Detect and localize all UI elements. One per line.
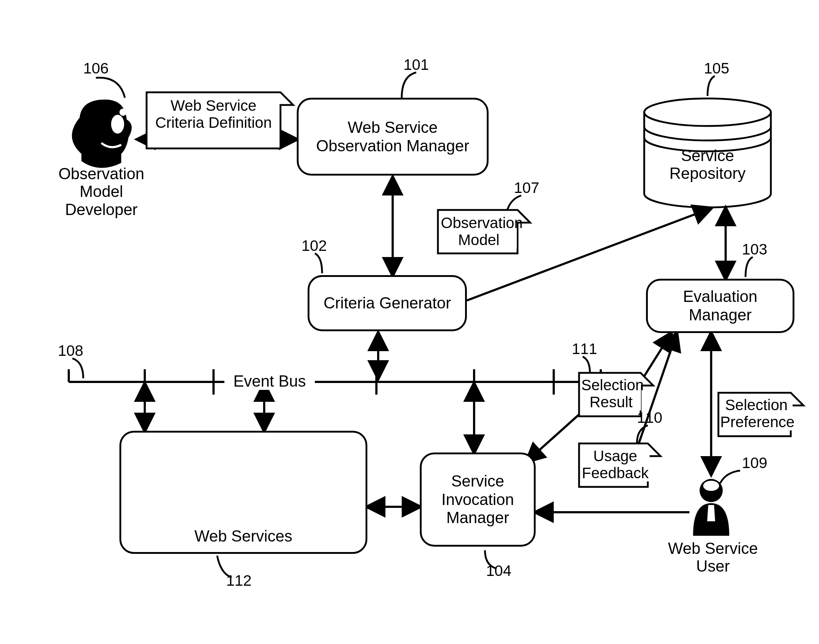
ref-108: 108 [58,342,83,359]
node-invocation-manager: Service Invocation Manager [420,452,536,547]
ref-103: 103 [742,241,767,258]
svg-point-11 [644,98,771,126]
ref-105: 105 [704,60,729,77]
ref-111: 111 [572,340,597,358]
node-evaluation-manager: Evaluation Manager [646,279,795,333]
event-bus-label: Event Bus [224,372,315,390]
ref-109: 109 [742,454,767,472]
node-observation-manager: Web Service Observation Manager [297,98,488,176]
ref-110: 110 [637,409,662,426]
actor-observation-developer: Observation Model Developer [51,165,152,218]
ref-106: 106 [83,60,109,77]
tag-usage-feedback: Usage Feedback [581,448,650,481]
svg-line-15 [641,333,671,382]
svg-point-28 [111,115,124,133]
actor-web-service-user: Web Service User [662,540,764,575]
ref-107: 107 [514,179,539,196]
svg-point-30 [700,479,723,502]
tag-selection-preference: Selection Preference [720,396,793,431]
ref-101: 101 [404,56,429,74]
tag-criteria-definition: Web Service Criteria Definition [150,97,277,131]
svg-line-16 [639,333,677,443]
tag-selection-result: Selection Result [581,376,641,411]
ref-102: 102 [302,237,327,255]
svg-line-14 [527,414,579,462]
node-web-services: Web Services [119,431,367,554]
svg-point-29 [119,109,127,116]
svg-point-31 [703,481,719,491]
node-criteria-generator: Criteria Generator [308,275,467,331]
tag-observation-model: Observation Model [441,214,517,248]
node-service-repository: Service Repository [662,147,753,182]
ref-112: 112 [226,572,251,589]
ref-104: 104 [486,562,511,580]
